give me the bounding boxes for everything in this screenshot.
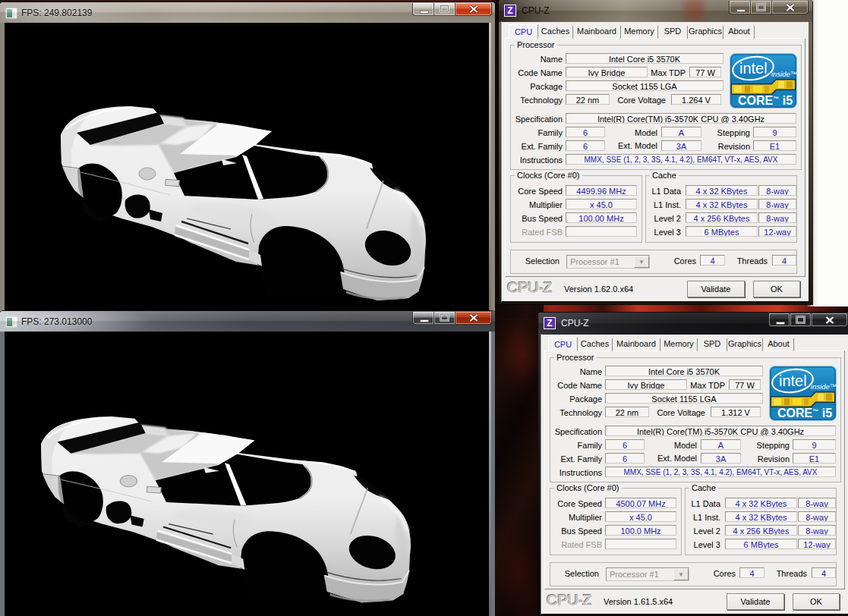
svg-text:inside™: inside™ — [771, 70, 797, 78]
svg-text:CORE™ i5: CORE™ i5 — [777, 407, 832, 420]
svg-text:CORE™ i5: CORE™ i5 — [738, 94, 793, 107]
svg-text:intel: intel — [779, 372, 807, 389]
svg-text:intel: intel — [739, 60, 768, 77]
svg-text:inside™: inside™ — [811, 382, 837, 391]
